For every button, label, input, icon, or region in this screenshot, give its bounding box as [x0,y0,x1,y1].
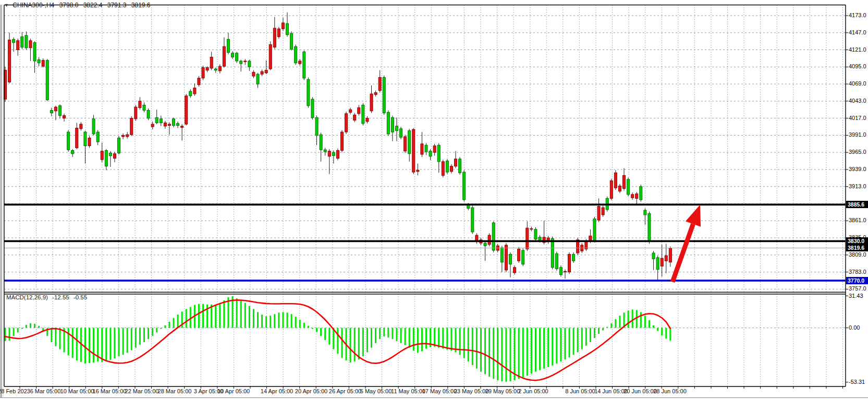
price-tag-3830.0: 3830.0 [846,237,868,245]
window-left-edge [1,5,2,397]
trend-arrow-annotation[interactable] [673,204,701,282]
gridlines [4,5,846,387]
ohlc-low: 3791.3 [107,2,127,9]
price-tag-3770.0: 3770.0 [846,277,868,284]
chart-window: ▼ CHINA300-,H4 3798.0 3822.4 3791.3 3819… [0,0,868,399]
macd-scale-label: 0.00 [849,324,860,331]
ohlc-close: 3819.6 [131,2,151,9]
price-tick-label: 3809.0 [849,251,866,258]
price-tick-label: 4095.0 [849,63,866,69]
pane-borders [4,5,846,387]
price-tick-label: 3991.0 [849,131,866,138]
ohlc-high: 3822.4 [83,2,103,9]
macd-indicator [5,296,671,382]
time-tick-label: 28 Jun 05:00 [646,388,693,394]
window-left-inner-edge [3,5,3,397]
price-tick-label: 4121.0 [849,46,866,53]
chart-canvas[interactable] [0,0,868,399]
symbol-dropdown-icon[interactable]: ▼ [4,3,9,8]
price-tick-label: 3913.0 [849,183,866,189]
price-tick-label: 4147.0 [849,29,866,35]
time-tick-label: 2 Jun 05:00 [510,388,557,394]
price-tick-label: 4043.0 [849,98,866,104]
price-tick-label: 3939.0 [849,166,866,172]
time-tick-label: 10 Apr 05:00 [210,388,257,394]
window-bottom-edge [0,397,868,398]
price-tick-label: 3965.0 [849,149,866,155]
ohlc-open: 3798.0 [59,2,79,9]
macd-indicator-name: MACD(12,26,9) [6,294,48,300]
price-tag-3819.6: 3819.6 [846,244,868,251]
macd-main-value: -12.55 [52,294,69,300]
macd-scale-label: -53.31 [849,379,865,385]
symbol-ohlc-label: ▼ CHINA300-,H4 3798.0 3822.4 3791.3 3819… [4,2,150,9]
price-tick-label: 3757.0 [849,285,866,292]
price-tick-label: 3783.0 [849,269,866,275]
symbol-name: CHINA300-,H4 [13,2,54,9]
price-tick-label: 3861.0 [849,217,866,223]
price-tick-label: 4069.0 [849,80,866,87]
macd-scale-label: 31.43 [849,293,863,299]
macd-signal-value: -0.55 [74,294,87,300]
price-tag-3885.6: 3885.6 [846,201,868,208]
price-tick-label: 4173.0 [849,12,866,18]
horizontal-price-lines[interactable] [4,203,846,281]
price-tick-label: 4017.0 [849,115,866,121]
macd-label: MACD(12,26,9) -12.55 -0.55 [6,294,87,300]
